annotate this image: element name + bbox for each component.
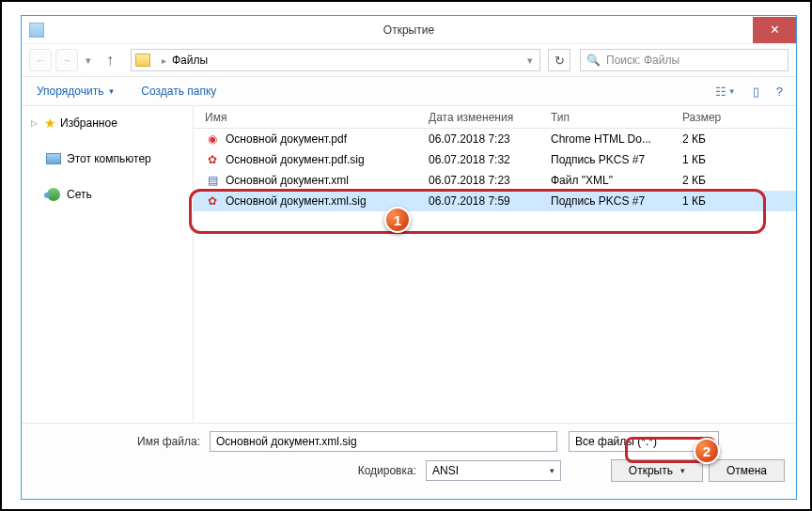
encoding-label: Кодировка: [33, 464, 426, 477]
file-name: Основной документ.xml.sig [226, 194, 367, 208]
col-modified[interactable]: Дата изменения [429, 111, 551, 124]
file-size: 2 КБ [682, 132, 796, 146]
organize-menu[interactable]: Упорядочить▼ [31, 82, 120, 101]
file-list: Имя Дата изменения Тип Размер ◉Основной … [194, 106, 796, 423]
file-icon: ✿ [205, 194, 220, 209]
chevron-down-icon: ▾ [550, 466, 554, 475]
file-name: Основной документ.pdf [226, 132, 347, 146]
filename-label: Имя файла: [33, 435, 210, 448]
file-size: 2 КБ [682, 174, 796, 187]
file-icon: ✿ [205, 152, 220, 167]
file-name: Основной документ.xml [226, 174, 349, 187]
up-button[interactable]: ↑ [99, 49, 121, 71]
file-type: Chrome HTML Do... [551, 132, 682, 146]
open-button[interactable]: Открыть ▾ [611, 459, 703, 482]
computer-icon [46, 153, 61, 164]
cancel-button[interactable]: Отмена [709, 459, 785, 482]
back-button[interactable]: ← [29, 49, 52, 71]
file-row[interactable]: ✿Основной документ.pdf.sig06.07.2018 7:3… [194, 149, 796, 170]
help-button[interactable]: ? [773, 83, 787, 101]
file-row[interactable]: ▤Основной документ.xml06.07.2018 7:23Фай… [194, 170, 796, 191]
file-size: 1 КБ [682, 153, 796, 166]
navigation-row: ← → ▾ ↑ ▸ Файлы ▾ ↻ 🔍 Поиск: Файлы [22, 44, 796, 76]
new-folder-button[interactable]: Создать папку [135, 82, 222, 101]
nav-network[interactable]: Сеть [22, 183, 193, 206]
filename-input[interactable] [210, 431, 557, 452]
footer: Имя файла: Все файлы (*.*) ▾ Кодировка: … [22, 423, 796, 499]
open-file-dialog: Открытие ✕ ← → ▾ ↑ ▸ Файлы ▾ ↻ 🔍 Поиск: … [21, 15, 797, 500]
col-type[interactable]: Тип [551, 111, 682, 124]
file-row[interactable]: ✿Основной документ.xml.sig06.07.2018 7:5… [194, 191, 796, 211]
file-size: 1 КБ [682, 194, 796, 208]
view-options-button[interactable]: ☷ ▼ [711, 83, 740, 101]
close-button[interactable]: ✕ [753, 17, 796, 43]
file-type: Подпись PKCS #7 [551, 153, 682, 166]
dialog-title: Открытие [383, 23, 434, 37]
file-name: Основной документ.pdf.sig [226, 153, 365, 166]
forward-button[interactable]: → [55, 49, 78, 71]
file-modified: 06.07.2018 7:23 [429, 174, 551, 187]
nav-this-pc[interactable]: Этот компьютер [22, 147, 193, 170]
file-type: Файл "XML" [551, 174, 682, 187]
breadcrumb-sep-icon: ▸ [162, 55, 166, 66]
breadcrumb-location[interactable]: Файлы [172, 54, 208, 67]
preview-pane-button[interactable]: ▯ [749, 83, 763, 101]
search-placeholder: Поиск: Файлы [606, 54, 679, 67]
network-icon [47, 188, 60, 201]
column-headers[interactable]: Имя Дата изменения Тип Размер [194, 106, 796, 129]
star-icon: ★ [44, 116, 56, 131]
annotation-badge-2: 2 [694, 438, 720, 464]
annotation-badge-1: 1 [384, 207, 411, 233]
file-modified: 06.07.2018 7:32 [429, 153, 551, 166]
search-input[interactable]: 🔍 Поиск: Файлы [580, 49, 789, 71]
col-name[interactable]: Имя [194, 111, 429, 124]
address-dropdown-icon[interactable]: ▾ [523, 54, 537, 67]
app-icon [29, 23, 44, 38]
expand-icon: ▷ [31, 118, 40, 128]
file-icon: ▤ [205, 173, 220, 188]
toolbar: Упорядочить▼ Создать папку ☷ ▼ ▯ ? [22, 76, 796, 106]
split-button-arrow-icon[interactable]: ▾ [680, 466, 685, 475]
refresh-button[interactable]: ↻ [548, 49, 570, 71]
titlebar: Открытие ✕ [22, 16, 796, 44]
nav-favorites[interactable]: ▷ ★ Избранное [22, 112, 193, 134]
file-type: Подпись PKCS #7 [551, 194, 682, 208]
encoding-select[interactable]: ANSI ▾ [426, 460, 561, 481]
navigation-pane: ▷ ★ Избранное Этот компьютер Сеть [22, 106, 194, 423]
file-modified: 06.07.2018 7:59 [429, 194, 551, 208]
file-icon: ◉ [205, 132, 220, 147]
file-modified: 06.07.2018 7:23 [429, 132, 551, 146]
file-row[interactable]: ◉Основной документ.pdf06.07.2018 7:23Chr… [194, 129, 796, 149]
history-dropdown-icon[interactable]: ▾ [82, 54, 95, 67]
chevron-down-icon: ▼ [107, 87, 115, 96]
address-bar[interactable]: ▸ Файлы [131, 49, 540, 71]
col-size[interactable]: Размер [682, 111, 796, 124]
folder-icon [135, 54, 150, 67]
search-icon: 🔍 [586, 54, 601, 67]
